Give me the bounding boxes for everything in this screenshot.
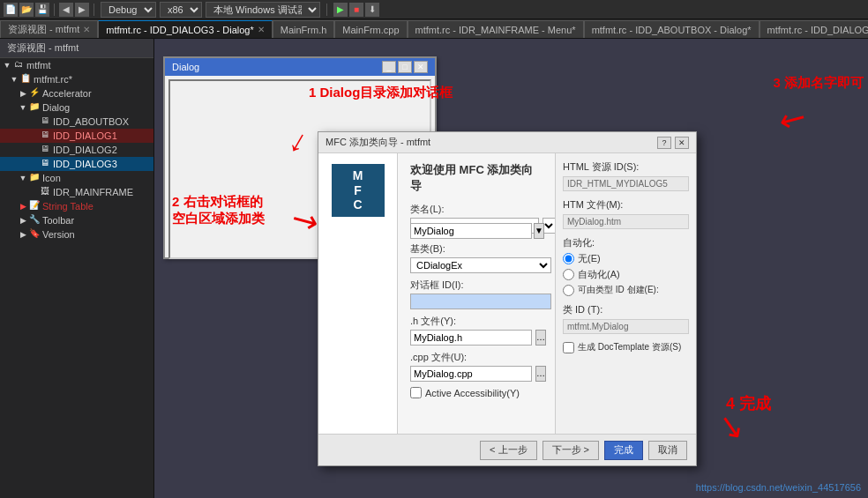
wizard-body: MFC 欢迎使用 MFC 添加类向导 类名(L): — [318, 153, 696, 465]
cancel-button[interactable]: 取消 — [648, 441, 687, 460]
automation-label: 自动化: — [563, 236, 689, 249]
cppfile-input[interactable] — [410, 366, 532, 382]
tab-mainfrm-cpp-label: MainFrm.cpp — [342, 25, 399, 35]
htm-file-value: MyDialog.htm — [563, 214, 689, 229]
step-icon[interactable]: ⬇ — [365, 3, 379, 17]
tree-item-rc[interactable]: ▼ 📋 mtfmt.rc* — [0, 72, 153, 86]
dialogid-input[interactable] — [410, 294, 551, 309]
bg-dialog-close[interactable]: ✕ — [414, 61, 428, 73]
idd-dialog3-icon: 🖥 — [39, 158, 51, 170]
idd-dialog1-icon: 🖥 — [39, 130, 51, 142]
tree-item-version[interactable]: ▶ 🔖 Version — [0, 227, 153, 242]
tree-item-dialog[interactable]: ▼ 📁 Dialog — [0, 100, 153, 115]
radio-none[interactable] — [563, 253, 574, 264]
classname-dropdown-btn2[interactable]: ▼ — [534, 223, 544, 239]
tree-label-idd-dialog1: IDD_DIALOG1 — [53, 130, 117, 141]
icon-folder-icon: 📁 — [28, 172, 41, 184]
wizard-footer: < 上一步 下一步 > 完成 取消 — [318, 434, 696, 465]
radio-creatable-label: 可由类型 ID 创建(E): — [578, 284, 659, 296]
back-icon[interactable]: ◀ — [59, 3, 73, 17]
radio-auto-label: 自动化(A) — [578, 268, 620, 281]
radio-none-label: 无(E) — [578, 252, 601, 265]
annotation-step3: 3 添加名字即可 — [773, 74, 864, 92]
prev-button[interactable]: < 上一步 — [480, 441, 536, 460]
wizard-help-btn[interactable]: ? — [657, 137, 671, 149]
next-button[interactable]: 下一步 > — [542, 441, 599, 460]
tree-item-string-table[interactable]: ▶ 📝 String Table — [0, 199, 153, 213]
html-resource-section: HTML 资源 ID(S): IDR_HTML_MYDIALOG5 — [563, 160, 689, 191]
radio-none-row: 无(E) — [563, 252, 689, 265]
hfile-browse-btn[interactable]: … — [535, 330, 546, 346]
baseclass-select[interactable]: CDialogEx — [410, 257, 551, 273]
sep3 — [326, 4, 327, 16]
cppfile-browse-btn[interactable]: … — [535, 366, 546, 382]
tree-label-idd-aboutbox: IDD_ABOUTBOX — [53, 116, 129, 127]
hfile-label: .h 文件(Y): — [410, 315, 542, 328]
accessibility-label: Active Accessibility(Y) — [425, 388, 520, 398]
hfile-input[interactable] — [410, 330, 532, 346]
cppfile-label: .cpp 文件(U): — [410, 351, 542, 364]
platform-dropdown[interactable]: x86 — [160, 2, 202, 18]
tab-mainfrm-h[interactable]: MainFrm.h — [273, 20, 335, 38]
tree-item-toolbar[interactable]: ▶ 🔧 Toolbar — [0, 213, 153, 227]
classname-value-input[interactable] — [410, 223, 532, 239]
run-icon[interactable]: ▶ — [333, 3, 348, 17]
tab-resource-view[interactable]: 资源视图 - mtfmt ✕ — [0, 20, 98, 38]
radio-auto[interactable] — [563, 269, 574, 280]
wizard-welcome-text: 欢迎使用 MFC 添加类向导 — [410, 162, 542, 194]
tree-label-idr-mainframe: IDR_MAINFRAME — [53, 187, 133, 197]
classname-dropdown-btn[interactable] — [542, 218, 555, 234]
form-row-dialogid: 对话框 ID(I): — [410, 279, 542, 309]
idd-dialog2-icon: 🖥 — [39, 144, 51, 156]
target-dropdown[interactable]: 本地 Windows 调试器 — [206, 2, 320, 18]
watermark: https://blog.csdn.net/weixin_44517656 — [696, 482, 861, 493]
tab-dialog3[interactable]: mtfmt.rc - IDD_DIALOG3 - Dialog* ✕ — [98, 20, 272, 38]
html-resource-value: IDR_HTML_MYDIALOG5 — [563, 176, 689, 191]
wizard-close-btn[interactable]: ✕ — [675, 137, 689, 149]
tab-aboutbox[interactable]: mtfmt.rc - IDD_ABOUTBOX - Dialog* — [584, 20, 760, 38]
accessibility-checkbox[interactable] — [410, 387, 422, 398]
sep1 — [54, 4, 55, 16]
tree-arrow-mtfmt: ▼ — [2, 61, 12, 70]
tab-idr-mainframe-label: mtfmt.rc - IDR_MAINFRAME - Menu* — [415, 25, 576, 35]
tree-item-idd-aboutbox[interactable]: 🖥 IDD_ABOUTBOX — [0, 115, 153, 129]
tab-mainfrm-h-label: MainFrm.h — [281, 25, 327, 35]
background-dialog-title: Dialog _ □ ✕ — [165, 58, 435, 76]
save-icon[interactable]: 💾 — [35, 3, 49, 17]
doctemplate-checkbox[interactable] — [563, 342, 574, 353]
tree-item-idd-dialog3[interactable]: 🖥 IDD_DIALOG3 — [0, 157, 153, 171]
config-dropdown[interactable]: Debug — [101, 2, 156, 18]
sep2 — [94, 4, 94, 16]
baseclass-label: 基类(B): — [410, 242, 542, 256]
tree-item-idr-mainframe[interactable]: 🖼 IDR_MAINFRAME — [0, 185, 153, 199]
sidebar-header: 资源视图 - mtfmt — [0, 39, 153, 58]
tree-item-mtfmt[interactable]: ▼ 🗂 mtfmt — [0, 58, 153, 72]
tree-label-string-table: String Table — [42, 201, 94, 212]
stop-icon[interactable]: ■ — [349, 3, 363, 17]
tab-dialog1[interactable]: mtfmt.rc - IDD_DIALOG1 - Dialog* — [760, 20, 868, 38]
cppfile-input-row: … — [410, 366, 542, 382]
bg-dialog-maximize[interactable]: □ — [398, 61, 412, 73]
tree-arrow-rc: ▼ — [9, 75, 19, 84]
tree-item-idd-dialog2[interactable]: 🖥 IDD_DIALOG2 — [0, 143, 153, 157]
tree-item-icon[interactable]: ▼ 📁 Icon — [0, 171, 153, 185]
open-icon[interactable]: 📂 — [19, 3, 34, 17]
tab-mainfrm-cpp[interactable]: MainFrm.cpp — [334, 20, 407, 38]
new-icon[interactable]: 📄 — [4, 3, 18, 17]
tab-idr-mainframe[interactable]: mtfmt.rc - IDR_MAINFRAME - Menu* — [408, 20, 584, 38]
tree-label-dialog: Dialog — [42, 102, 70, 113]
tree-item-idd-dialog1[interactable]: 🖥 IDD_DIALOG1 — [0, 129, 153, 143]
string-table-icon: 📝 — [28, 200, 41, 212]
radio-creatable[interactable] — [563, 285, 574, 296]
tree-item-accelerator[interactable]: ▶ ⚡ Accelerator — [0, 86, 153, 100]
finish-button[interactable]: 完成 — [604, 441, 643, 460]
dialogid-label: 对话框 ID(I): — [410, 279, 542, 292]
wizard-title-controls: ? ✕ — [657, 137, 689, 149]
dialog-folder-icon: 📁 — [28, 101, 41, 114]
radio-creatable-row: 可由类型 ID 创建(E): — [563, 284, 689, 296]
forward-icon[interactable]: ▶ — [75, 3, 89, 17]
bg-dialog-minimize[interactable]: _ — [382, 61, 396, 73]
background-dialog-title-text: Dialog — [172, 62, 199, 72]
tab-dialog3-close[interactable]: ✕ — [258, 25, 265, 34]
tab-resource-view-close[interactable]: ✕ — [83, 25, 90, 34]
